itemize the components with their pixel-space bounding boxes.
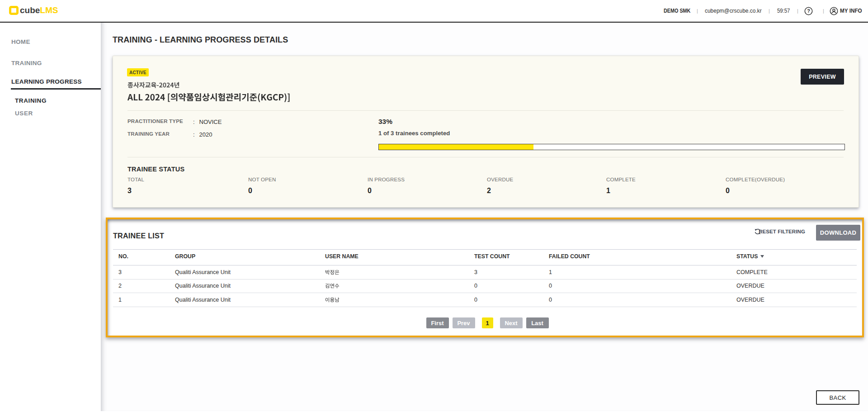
svg-text:?: ? — [807, 8, 810, 14]
